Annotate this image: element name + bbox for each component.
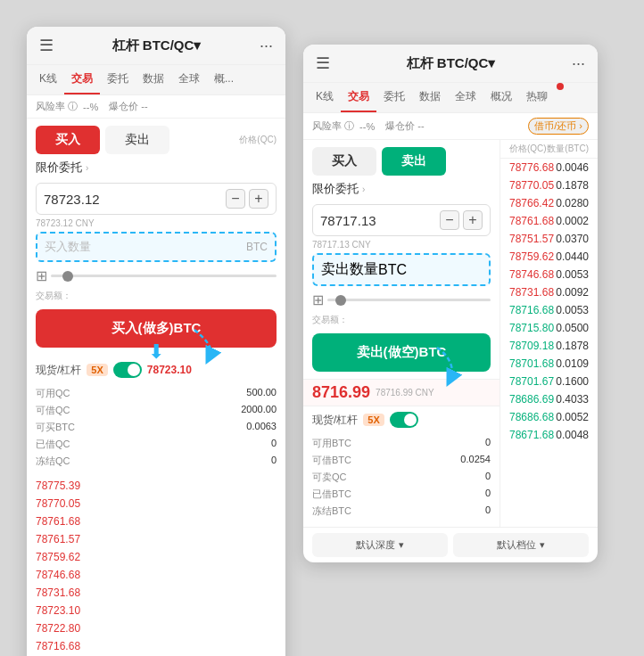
left-fee-row: 交易额：	[36, 290, 277, 302]
right-main: 买入 卖出 限价委托 › 78717.13 − + 78717.13 CNY	[303, 140, 598, 527]
right-tab-entrust[interactable]: 委托	[376, 83, 412, 112]
left-price-list: 78775.39 78770.05 78761.68 78761.57 7875…	[27, 477, 285, 656]
left-info-available-qc: 可用QC 500.00	[36, 385, 277, 402]
left-slider-thumb[interactable]	[62, 271, 73, 282]
right-price-row-2: 78766.42 0.0280	[500, 194, 598, 212]
left-leverage-label: 现货/杠杆	[36, 363, 81, 378]
right-price-row-5: 78759.62 0.0440	[500, 248, 598, 266]
right-price-row-0: 78776.68 0.0046	[500, 159, 598, 176]
right-tab-global[interactable]: 全球	[448, 83, 483, 112]
left-price-input[interactable]: 78723.12 − +	[36, 183, 277, 215]
left-toggle-switch[interactable]	[113, 362, 142, 378]
left-info-frozen-qc: 冻结QC 0	[36, 453, 277, 470]
right-dots-icon[interactable]: ···	[572, 54, 585, 73]
right-menu-icon[interactable]: ☰	[316, 53, 330, 73]
right-price-row-1: 78770.05 0.1878	[500, 176, 598, 194]
right-order-type-label: 限价委托	[312, 181, 359, 197]
right-tab-overview[interactable]: 概况	[483, 83, 519, 112]
left-header: ☰ 杠杆 BTC/QC▾ ···	[27, 27, 285, 65]
left-qty-input[interactable]: 买入数量 BTC	[36, 232, 277, 262]
right-price-row-9: 78715.80 0.0500	[500, 319, 598, 337]
right-panel: ☰ 杠杆 BTC/QC▾ ··· K线 交易 委托 数据 全球 概况 热聊 风险…	[303, 45, 598, 562]
right-available-btc-label: 可用BTC	[312, 437, 351, 450]
right-order-type[interactable]: 限价委托 ›	[303, 179, 500, 201]
right-action-sell-button[interactable]: 卖出(做空)BTC	[312, 333, 491, 372]
left-dots-icon[interactable]: ···	[260, 37, 273, 55]
right-price-row-12: 78701.67 0.1600	[500, 373, 598, 390]
right-slider-thumb[interactable]	[335, 295, 346, 306]
right-price-minus[interactable]: −	[440, 210, 459, 230]
left-tab-kline[interactable]: K线	[32, 65, 64, 94]
right-price-list-header: 价格(QC) 数量(BTC)	[500, 140, 598, 159]
left-slider-icon: ⊞	[36, 267, 47, 284]
right-buy-button[interactable]: 买入	[312, 147, 376, 176]
right-tab-kline[interactable]: K线	[309, 83, 341, 112]
left-tab-trade[interactable]: 交易	[64, 65, 100, 94]
left-slider-row: ⊞	[36, 267, 277, 284]
right-price-input[interactable]: 78717.13 − +	[312, 204, 491, 236]
left-tab-global[interactable]: 全球	[171, 65, 207, 94]
right-price-list-col: 价格(QC) 数量(BTC) 78776.68 0.0046 78770.05 …	[500, 140, 598, 527]
left-leverage-badge: 5X	[87, 364, 107, 376]
left-tab-data[interactable]: 数据	[136, 65, 171, 94]
right-loan-btc-value: 0.0254	[460, 454, 491, 467]
right-chat-dot	[557, 83, 564, 90]
right-tab-trade[interactable]: 交易	[341, 83, 376, 112]
left-loan-qc-value: 2000.00	[241, 404, 277, 417]
left-frozen-qc-value: 0	[271, 455, 277, 468]
right-sell-btc-value: 0	[485, 471, 491, 484]
left-tab-entrust[interactable]: 委托	[100, 65, 136, 94]
right-loaned-btc-value: 0	[485, 488, 491, 501]
left-risk-label: 风险率 ⓘ	[36, 100, 78, 113]
right-info-bar: 风险率 ⓘ --% 爆仓价 -- 借币/还币 ›	[303, 113, 598, 140]
right-tab-data[interactable]: 数据	[412, 83, 448, 112]
left-price-plus[interactable]: +	[249, 189, 268, 209]
right-slider-track[interactable]	[327, 299, 491, 301]
left-buy-btc-value: 0.0063	[246, 421, 277, 434]
right-info-frozen-btc: 冻结BTC 0	[312, 503, 491, 520]
left-slider-track[interactable]	[51, 275, 277, 277]
left-loan-qc-label: 可借QC	[36, 404, 70, 417]
right-price-row-10: 78709.18 0.1878	[500, 337, 598, 355]
left-available-qc-label: 可用QC	[36, 387, 70, 400]
right-depth-button[interactable]: 默认深度 ▾	[312, 533, 448, 557]
left-info-rows: 可用QC 500.00 可借QC 2000.00 可买BTC 0.0063 已借…	[27, 383, 285, 477]
right-tab-chat[interactable]: 热聊	[519, 83, 555, 112]
right-sell-button[interactable]: 卖出	[382, 147, 446, 176]
left-tab-overview[interactable]: 概...	[207, 65, 241, 94]
right-title: 杠杆 BTC/QC▾	[407, 55, 496, 72]
right-qty-placeholder: 卖出数量	[321, 260, 378, 279]
right-qty-input[interactable]: 卖出数量 BTC	[312, 253, 491, 286]
left-price-row-7: 78723.10	[27, 602, 285, 619]
right-loaned-btc-label: 已借BTC	[312, 488, 351, 501]
left-sell-button[interactable]: 卖出	[105, 126, 169, 154]
left-price-col-header: 价格(QC)	[239, 134, 277, 146]
right-price-col-label: 价格(QC)	[509, 143, 547, 155]
right-toggle-switch[interactable]	[390, 412, 418, 428]
right-price-plus[interactable]: +	[463, 210, 483, 230]
left-order-type[interactable]: 限价委托 ›	[27, 158, 285, 179]
right-cny-label: 78717.13 CNY	[312, 240, 491, 250]
right-info-rows: 可用BTC 0 可借BTC 0.0254 可卖QC 0 已借BTC 0	[303, 433, 500, 527]
right-price-row-11: 78701.68 0.0109	[500, 355, 598, 373]
left-frozen-qc-label: 冻结QC	[36, 455, 70, 468]
right-info-sell-btc: 可卖QC 0	[312, 469, 491, 486]
left-price-row-4: 78759.62	[27, 548, 285, 566]
right-archive-button[interactable]: 默认档位 ▾	[453, 533, 589, 557]
right-sell-btc-label: 可卖QC	[312, 471, 347, 484]
left-available-qc-value: 500.00	[246, 387, 277, 400]
left-explosion-label: 爆仓价 --	[109, 100, 147, 113]
right-bottom-toolbar: 默认深度 ▾ 默认档位 ▾	[303, 527, 598, 562]
left-info-bar: 风险率 ⓘ --% 爆仓价 --	[27, 95, 285, 119]
right-qty-col-label: 数量(BTC)	[547, 143, 589, 155]
right-price-row-4: 78751.57 0.0370	[500, 230, 598, 248]
right-loan-btn[interactable]: 借币/还币 ›	[528, 118, 589, 135]
left-info-loan-qc: 可借QC 2000.00	[36, 402, 277, 419]
left-buy-button[interactable]: 买入	[36, 126, 100, 154]
left-menu-icon[interactable]: ☰	[39, 36, 54, 55]
left-action-buy-button[interactable]: 买入(做多)BTC	[36, 309, 277, 348]
right-info-available-btc: 可用BTC 0	[312, 435, 491, 452]
left-price-row-3: 78761.57	[27, 530, 285, 548]
right-price-row-6: 78746.68 0.0053	[500, 266, 598, 283]
left-price-minus[interactable]: −	[226, 189, 245, 209]
